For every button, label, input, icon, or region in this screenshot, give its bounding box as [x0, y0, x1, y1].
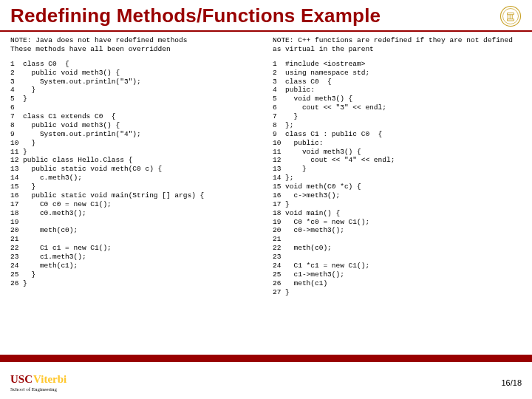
usc-text: USC	[10, 373, 33, 386]
right-column: NOTE: C++ functions are redefined if the…	[273, 36, 522, 296]
usc-seal-icon	[499, 5, 522, 27]
title-bar: Redefining Methods/Functions Example	[0, 0, 532, 32]
page-title: Redefining Methods/Functions Example	[10, 4, 381, 27]
left-column: NOTE: Java does not have redefined metho…	[10, 36, 259, 296]
cpp-code: 1 #include <iostream> 2 using namespace …	[273, 60, 522, 297]
left-note: NOTE: Java does not have redefined metho…	[10, 36, 259, 54]
page-number: 16/18	[501, 378, 522, 387]
footer: USC Viterbi School of Engineering 16/18	[0, 355, 532, 399]
usc-logo: USC Viterbi School of Engineering	[10, 373, 66, 392]
svg-point-1	[503, 8, 519, 24]
divider-stripe	[0, 355, 532, 362]
right-note: NOTE: C++ functions are redefined if the…	[273, 36, 522, 54]
school-text: School of Engineering	[10, 386, 57, 392]
columns: NOTE: Java does not have redefined metho…	[0, 32, 532, 296]
java-code: 1 class C0 { 2 public void meth3() { 3 S…	[10, 60, 259, 288]
footer-inner: USC Viterbi School of Engineering 16/18	[0, 362, 532, 399]
viterbi-text: Viterbi	[33, 373, 66, 386]
svg-point-0	[501, 6, 521, 26]
